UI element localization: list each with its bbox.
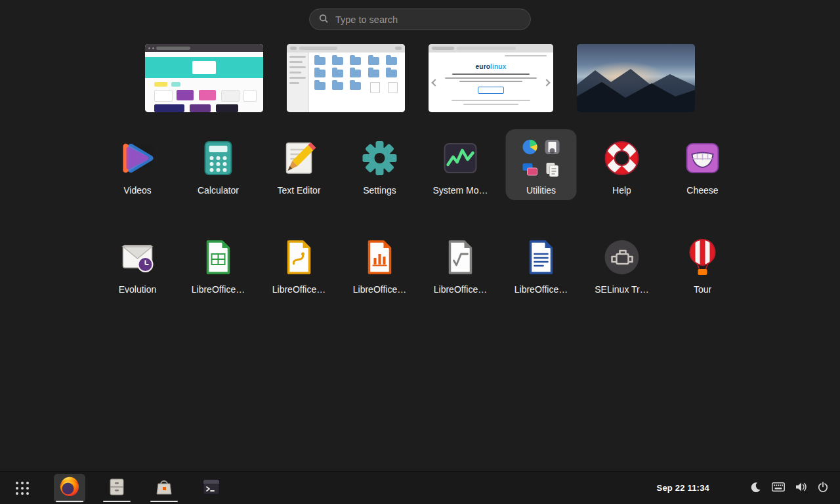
eurolinux-page-button [478,87,504,94]
utilities-folder-icon [520,137,562,179]
app-label: Videos [123,185,152,196]
power-icon [818,482,828,494]
running-indicator [56,501,83,502]
show-applications-button[interactable] [7,474,38,503]
app-label: Tour [694,284,711,295]
running-indicator [150,501,178,502]
app-text-editor[interactable]: Text Editor [264,129,335,200]
files-icon [107,477,127,499]
app-label: Cheese [686,185,718,196]
files-preview-content [287,52,405,112]
app-label: Calculator [198,185,239,196]
search-icon [319,14,328,26]
files-launcher[interactable] [101,474,133,503]
settings-gear-icon [359,137,401,179]
app-label: LibreOffice… [434,284,487,295]
files-headerbar [287,44,405,52]
speaker-icon [795,482,807,494]
cheese-smile-icon [682,137,724,179]
window-thumbnail-browser-demo[interactable] [145,44,263,112]
terminal-launcher[interactable] [196,474,227,503]
app-label: LibreOffice… [514,284,568,295]
app-label: Utilities [526,185,556,196]
text-files-icon [543,160,562,178]
volume-button[interactable] [795,482,807,494]
libreoffice-writer-icon [520,236,562,278]
terminal-icon [201,477,221,499]
disk-usage-pie-icon [521,138,539,156]
software-launcher[interactable] [148,474,180,503]
apps-grid-icon [16,482,29,495]
calculator-icon [198,137,240,179]
browser-chrome [145,44,263,52]
status-area: Sep 22 11:34 [657,482,833,495]
libreoffice-calc-icon [198,236,240,278]
app-tour[interactable]: Tour [667,228,738,299]
app-folder-utilities[interactable]: Utilities [506,129,577,200]
app-label: System Mo… [432,185,488,196]
application-grid: Videos Calculator [102,129,738,299]
app-label: LibreOffice… [192,284,245,295]
mountains-art [577,44,695,112]
keyboard-icon [772,482,785,494]
power-button[interactable] [818,482,828,494]
carousel-left-arrow-icon [431,79,438,86]
taskbar: Sep 22 11:34 [0,471,840,504]
app-calculator[interactable]: Calculator [183,129,254,200]
files-sidebar [287,52,309,112]
app-help[interactable]: Help [587,129,658,200]
screenshot-windows-icon [521,160,539,178]
app-selinux-troubleshooter[interactable]: SELinux Tr… [587,228,658,299]
app-label: Text Editor [277,185,320,196]
libreoffice-impress-icon [359,236,401,278]
eurolinux-page-content: eurolinux [429,52,553,112]
app-videos[interactable]: Videos [102,129,173,200]
page-preview-content [145,52,263,112]
app-libreoffice-writer[interactable]: LibreOffice… [506,228,577,299]
software-bag-icon [154,477,174,499]
app-libreoffice-impress[interactable]: LibreOffice… [345,228,415,299]
window-thumbnail-browser-eurolinux[interactable]: eurolinux [429,44,553,112]
videos-icon [117,137,159,179]
libreoffice-math-icon [440,236,482,278]
app-label: LibreOffice… [353,284,406,295]
app-label: Settings [363,185,396,196]
system-status-icons [750,482,833,495]
app-cheese[interactable]: Cheese [667,129,738,200]
carousel-right-arrow-icon [543,79,550,86]
clock[interactable]: Sep 22 11:34 [657,483,709,493]
document-scanner-icon [543,138,562,156]
firefox-icon [59,476,80,499]
app-evolution[interactable]: Evolution [102,228,173,299]
files-grid [309,52,405,112]
app-libreoffice-math[interactable]: LibreOffice… [425,228,496,299]
night-light-button[interactable] [750,482,761,495]
app-system-monitor[interactable]: System Mo… [425,129,496,200]
system-monitor-icon [440,137,482,179]
window-thumbnail-file-manager[interactable] [287,44,405,112]
app-settings[interactable]: Settings [345,129,415,200]
libreoffice-draw-icon [278,236,320,278]
eurolinux-logo: eurolinux [429,63,553,70]
firefox-launcher[interactable] [54,474,85,503]
search-input[interactable] [334,14,521,26]
app-label: Evolution [119,284,157,295]
window-thumbnail-desktop-wallpaper[interactable] [577,44,695,112]
app-label: SELinux Tr… [595,284,648,295]
selinux-engine-icon [601,236,643,278]
search-bar[interactable] [309,9,531,30]
app-label: Help [612,185,631,196]
app-libreoffice-calc[interactable]: LibreOffice… [183,228,254,299]
evolution-mail-icon [117,236,159,278]
running-indicator [103,501,131,502]
browser-chrome [429,44,553,52]
app-libreoffice-draw[interactable]: LibreOffice… [264,228,335,299]
keyboard-layout-button[interactable] [772,482,785,494]
text-editor-icon [278,137,320,179]
moon-icon [750,482,761,495]
app-label: LibreOffice… [272,284,326,295]
open-windows-row: eurolinux [0,44,840,112]
help-lifebuoy-icon [601,137,643,179]
tour-balloon-icon [682,236,724,278]
